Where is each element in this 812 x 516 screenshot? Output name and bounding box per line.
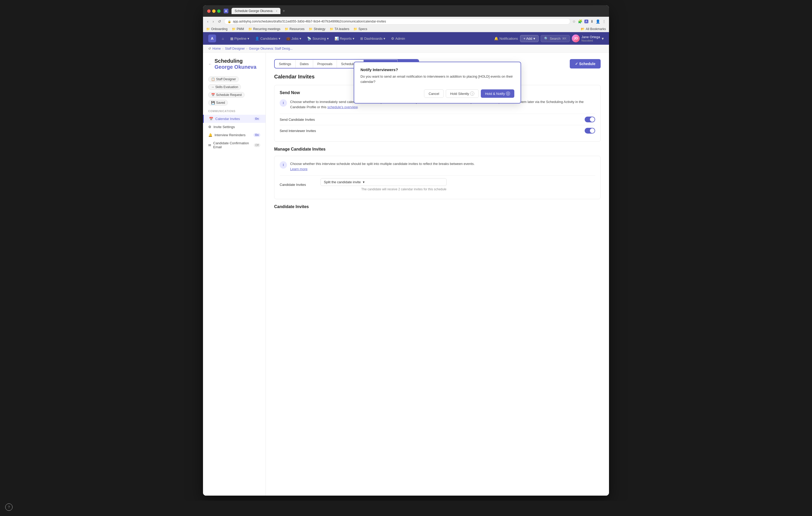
calendar-invites-badge: On — [254, 117, 260, 121]
schedule-button[interactable]: ✓ Schedule — [570, 59, 601, 68]
sidebar-section-label: COMMUNICATIONS — [203, 110, 265, 115]
address-bar[interactable]: 🔒 app.ashbyhq.com/schedules/drafts/311ed… — [224, 18, 570, 25]
pill-schedule-req[interactable]: 📅 Schedule Request — [208, 92, 244, 98]
dashboards-arrow: ▾ — [383, 37, 385, 40]
tab-close-icon[interactable]: × — [276, 10, 277, 12]
user-avatar: JO — [572, 34, 580, 42]
home-nav-item[interactable]: ⌂ — [219, 35, 227, 42]
reminders-icon: 🔔 — [208, 133, 212, 137]
forward-button[interactable]: › — [212, 19, 215, 24]
schedules-overview-link[interactable]: schedule's overview — [327, 105, 357, 109]
pill-saved[interactable]: 💾 Saved — [208, 100, 228, 105]
bookmark-pmm[interactable]: 📁 PMM — [232, 27, 244, 31]
send-candidate-toggle[interactable] — [585, 117, 595, 122]
user-menu[interactable]: JO Jane Ortega Nocobird ▾ — [572, 34, 604, 42]
sidebar: ← Scheduling George Okuneva 📋 Staff Desi… — [203, 53, 266, 496]
menu-icon[interactable]: ⋮ — [602, 19, 606, 24]
breadcrumb-candidate[interactable]: George Okuneva: Staff Desig... — [249, 47, 293, 51]
close-button[interactable] — [207, 9, 210, 13]
app-header: A ⌂ ▦ Pipeline ▾ 👤 Candidates ▾ 💼 Jobs ▾… — [203, 32, 609, 45]
notifications-button[interactable]: 🔔 Notifications — [494, 37, 518, 40]
notify-interviewers-popup: Notify Interviewers? Do you want to send… — [354, 62, 521, 103]
bookmark-label: Onboarding — [211, 27, 228, 31]
hold-silently-info-icon[interactable]: i — [470, 91, 474, 96]
notify-title: Notify Interviewers? — [360, 67, 514, 72]
bookmarks-bar: 📁 Onboarding 📁 PMM 📁 Recurring meetings … — [203, 26, 609, 32]
candidate-invites-label: Candidate Invites — [280, 183, 316, 187]
nav-candidates[interactable]: 👤 Candidates ▾ — [253, 35, 283, 42]
bookmark-specs[interactable]: 📁 Specs — [353, 27, 367, 31]
hold-notify-button[interactable]: Hold & Notify i — [481, 89, 514, 98]
back-button[interactable]: ← — [208, 62, 212, 66]
folder-icon: 📁 — [206, 27, 210, 31]
minimize-button[interactable] — [212, 9, 215, 13]
candidate-invites-dropdown[interactable]: Split the candidate invite ▾ — [320, 178, 446, 186]
pipeline-arrow: ▾ — [248, 37, 249, 40]
tab-settings[interactable]: Settings — [275, 60, 296, 68]
bookmark-label: Specs — [358, 27, 367, 31]
learn-more-link[interactable]: Learn more — [290, 167, 308, 171]
sidebar-item-confirmation-email[interactable]: ✉ Candidate Confirmation Email Off — [203, 139, 265, 151]
nav-admin[interactable]: ⚙ Admin — [388, 35, 408, 42]
bookmark-strategy[interactable]: 📁 Strategy — [309, 27, 325, 31]
settings-icon: ⚙ — [208, 125, 211, 129]
url-text: app.ashbyhq.com/schedules/drafts/311ed05… — [233, 20, 386, 23]
folder-icon: 📁 — [309, 27, 313, 31]
tab-proposals[interactable]: Proposals — [313, 60, 337, 68]
calendar-icon: 📅 — [211, 93, 215, 97]
nav-pipeline[interactable]: ▦ Pipeline ▾ — [228, 35, 252, 42]
sidebar-item-calendar-invites[interactable]: 📅 Calendar Invites On — [203, 115, 265, 123]
header-actions: 🔔 Notifications + Add ▾ 🔍 Search ⌘K JO J… — [494, 34, 604, 42]
hold-silently-button[interactable]: Hold Silently i — [446, 89, 479, 98]
bookmark-onboarding[interactable]: 📁 Onboarding — [206, 27, 228, 31]
pill-staff-designer[interactable]: 📋 Staff Designer — [208, 76, 239, 82]
history-icon: ↺ — [208, 47, 211, 51]
search-button[interactable]: 🔍 Search ⌘K — [541, 35, 570, 42]
bookmark-ta-leaders[interactable]: 📁 TA leaders — [329, 27, 349, 31]
bookmark-resources[interactable]: 📁 Resources — [285, 27, 304, 31]
send-candidate-toggle-row: Send Candidate Invites — [280, 114, 595, 125]
all-bookmarks[interactable]: 📂 All Bookmarks — [581, 27, 606, 31]
cancel-button[interactable]: Cancel — [424, 89, 443, 98]
nav-sourcing[interactable]: 📡 Sourcing ▾ — [304, 35, 331, 42]
hold-notify-info-icon[interactable]: i — [506, 91, 510, 96]
maximize-button[interactable] — [217, 9, 221, 13]
app-logo[interactable]: A — [208, 34, 216, 42]
breadcrumb-home[interactable]: Home — [212, 47, 221, 51]
tab-dates[interactable]: Dates — [296, 60, 313, 68]
active-tab[interactable]: Schedule George Okuneva · × — [232, 8, 281, 14]
back-button[interactable]: ‹ — [206, 19, 209, 24]
add-button[interactable]: + Add ▾ — [520, 35, 539, 42]
bookmark-label: Resources — [290, 27, 304, 31]
candidates-arrow: ▾ — [279, 37, 281, 40]
search-icon: 🔍 — [544, 37, 548, 40]
pill-skills-eval[interactable]: → Skills Evaluation — [208, 84, 241, 90]
arrow-icon: → — [211, 85, 214, 89]
jobs-icon: 💼 — [286, 37, 290, 40]
sidebar-item-interview-reminders[interactable]: 🔔 Interview Reminders On — [203, 131, 265, 139]
breadcrumb-staff-designer[interactable]: Staff Designer — [225, 47, 245, 51]
folder-icon: 📁 — [329, 27, 334, 31]
main-content: Settings Dates Proposals Schedule ✓ — [266, 53, 609, 496]
nav-dashboards[interactable]: ⊞ Dashboards ▾ — [357, 35, 388, 42]
manage-invites-section: i Choose whether this interview schedule… — [274, 156, 601, 199]
ashby-ext-icon[interactable]: A — [584, 20, 588, 23]
send-interviewer-toggle-row: Send Interviewer Invites — [280, 125, 595, 136]
nav-reports[interactable]: 📊 Reports ▾ — [332, 35, 357, 42]
user-company: Nocobird — [581, 39, 600, 42]
reload-button[interactable]: ↺ — [217, 19, 222, 24]
profile-icon[interactable]: 👤 — [596, 19, 600, 24]
action-pills: 📋 Staff Designer → Skills Evaluation 📅 S… — [203, 76, 265, 110]
bookmark-label: TA leaders — [335, 27, 349, 31]
nav-jobs[interactable]: 💼 Jobs ▾ — [284, 35, 304, 42]
bookmark-icon[interactable]: ☆ — [572, 19, 576, 24]
send-interviewer-toggle[interactable] — [585, 128, 595, 133]
breadcrumb: ↺ Home › Staff Designer › George Okuneva… — [203, 45, 609, 53]
extensions-icon[interactable]: 🧩 — [578, 19, 582, 24]
download-icon[interactable]: ⬇ — [590, 19, 593, 24]
sidebar-item-invite-settings[interactable]: ⚙ Invite Settings — [203, 123, 265, 131]
folder-icon: 📁 — [232, 27, 236, 31]
bookmark-recurring-meetings[interactable]: 📁 Recurring meetings — [248, 27, 281, 31]
tab-label: Schedule George Okuneva · — [235, 9, 274, 13]
new-tab-button[interactable]: + — [282, 9, 286, 13]
